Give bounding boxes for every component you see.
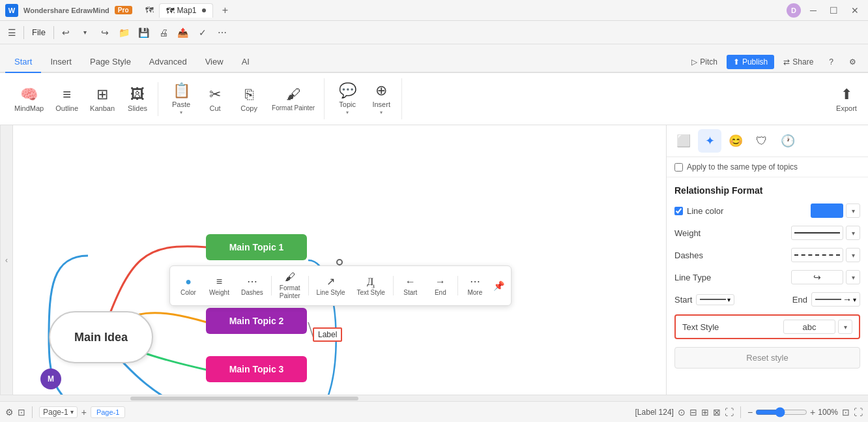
page-tab[interactable]: Page-1 (91, 406, 125, 418)
line-color-dropdown[interactable]: ▾ (846, 203, 860, 218)
settings-button[interactable]: ⚙ (843, 55, 863, 69)
zoom-out-button[interactable]: − (747, 407, 753, 417)
tab-ai[interactable]: AI (233, 52, 259, 73)
line-color-swatch[interactable] (811, 203, 843, 218)
cut-button[interactable]: ✂ Cut (199, 82, 231, 116)
main-idea-node[interactable]: Main Idea (49, 311, 153, 363)
panel-icon-shield[interactable]: 🛡 (750, 129, 774, 153)
insert-label: Insert (372, 100, 390, 108)
panel-icon-emoji[interactable]: 😊 (724, 129, 747, 153)
connector-dot-1[interactable] (336, 259, 343, 265)
app-menu-button[interactable]: ☰ (3, 23, 21, 42)
share-file-button[interactable]: 📤 (174, 23, 192, 42)
close-button[interactable]: ✕ (847, 4, 863, 17)
file-menu[interactable]: File (27, 25, 51, 40)
panel-icon-shape[interactable]: ⬜ (672, 129, 695, 153)
tab-insert[interactable]: Insert (41, 52, 81, 73)
user-avatar[interactable]: D (787, 3, 801, 18)
weight-dropdown[interactable]: ▾ (846, 226, 860, 240)
print-button[interactable]: 🖨 (154, 23, 173, 42)
publish-icon: ⬆ (733, 57, 740, 67)
panel-icon-clock[interactable]: 🕐 (776, 129, 800, 153)
folder-open-button[interactable]: 📁 (115, 23, 134, 42)
horizontal-scrollbar[interactable] (0, 395, 868, 401)
ft-weight-button[interactable]: ≡ Weight (204, 273, 235, 299)
insert-button[interactable]: ⊕ Insert ▾ (365, 78, 398, 119)
tab-page-style[interactable]: Page Style (81, 52, 140, 73)
bb-icon-1[interactable]: ⊙ (678, 407, 686, 417)
help-button[interactable]: ? (822, 55, 840, 69)
text-style-dropdown[interactable]: ▾ (838, 320, 852, 334)
slides-button[interactable]: 🖼 Slides (121, 82, 154, 116)
ft-format-painter-button[interactable]: 🖌 FormatPainter (274, 269, 306, 303)
bb-icon-5[interactable]: ⛶ (725, 407, 734, 417)
fullscreen-button[interactable]: ⛶ (854, 407, 863, 417)
undo-arrow-button[interactable]: ▾ (76, 23, 94, 42)
zoom-in-button[interactable]: + (810, 407, 815, 417)
ft-dashes-button[interactable]: ⋯ Dashes (236, 273, 268, 299)
paste-button[interactable]: 📋 Paste ▾ (165, 78, 197, 119)
apply-label: Apply to the same type of topics (687, 162, 798, 172)
pitch-button[interactable]: ▷ Pitch (685, 55, 724, 69)
bb-icon-2[interactable]: ⊟ (689, 407, 697, 417)
ft-start-button[interactable]: ← Start (396, 273, 425, 299)
publish-button[interactable]: ⬆ Publish (727, 55, 774, 69)
zoom-slider[interactable] (755, 407, 807, 417)
undo-button[interactable]: ↩ (57, 23, 75, 42)
ft-weight-icon: ≡ (216, 276, 222, 288)
canvas[interactable]: Main Idea Main Topic 1 Main Topic 2 Main… (13, 125, 666, 395)
bb-icon-3[interactable]: ⊞ (701, 407, 709, 417)
scroll-thumb[interactable] (130, 397, 358, 400)
restore-button[interactable]: ☐ (826, 4, 842, 17)
tab-start[interactable]: Start (5, 52, 41, 73)
reset-style-button[interactable]: Reset style (674, 347, 860, 369)
apply-checkbox[interactable] (674, 163, 683, 172)
topic3-label: Main Topic 3 (229, 364, 284, 374)
menu-divider-1 (23, 26, 24, 39)
panel-icon-ai[interactable]: ✦ (698, 129, 721, 153)
new-tab-button[interactable]: + (218, 3, 233, 18)
bb-layout-icon[interactable]: ⊡ (18, 407, 25, 417)
topic-button[interactable]: 💬 Topic ▾ (331, 78, 364, 119)
ft-more-button[interactable]: ⋯ More (461, 273, 489, 299)
line-type-dropdown[interactable]: ▾ (846, 270, 860, 284)
map-tab[interactable]: 🗺 Map1 (159, 3, 213, 18)
dashes-dropdown[interactable]: ▾ (846, 248, 860, 262)
ft-pin-button[interactable]: 📌 (491, 278, 507, 294)
save-button[interactable]: 💾 (135, 23, 153, 42)
bb-settings-icon[interactable]: ⚙ (5, 407, 14, 417)
bb-icon-4[interactable]: ⊠ (713, 407, 721, 417)
tab-view[interactable]: View (196, 52, 233, 73)
ft-text-style-button[interactable]: Ꚉ Text Style (351, 273, 390, 299)
panel-toggle-button[interactable]: ‹ (0, 125, 13, 395)
fit-button[interactable]: ⊡ (842, 407, 850, 417)
export-button[interactable]: ⬆ Export (830, 82, 863, 116)
topic3-node[interactable]: Main Topic 3 (206, 356, 307, 382)
minimize-button[interactable]: ─ (806, 4, 820, 17)
tab-advanced[interactable]: Advanced (140, 52, 196, 73)
end-selector[interactable]: → ▾ (811, 292, 860, 307)
line-type-preview: ↪ (791, 270, 843, 284)
topic1-node[interactable]: Main Topic 1 (206, 234, 307, 260)
start-selector[interactable]: ▾ (696, 294, 734, 305)
ft-color-button[interactable]: ● Color (174, 273, 203, 299)
add-page-button[interactable]: + (81, 407, 87, 417)
ft-line-style-button[interactable]: ↗ Line Style (311, 273, 351, 299)
check-button[interactable]: ✓ (194, 23, 212, 42)
mindmap-button[interactable]: 🧠 MindMap (9, 82, 49, 116)
redo-button[interactable]: ↪ (96, 23, 114, 42)
line-color-checkbox[interactable] (674, 207, 683, 215)
share-button[interactable]: ⇄ Share (777, 55, 820, 69)
outline-button[interactable]: ≡ Outline (50, 82, 83, 116)
ft-end-button[interactable]: → End (426, 273, 455, 299)
topic2-node[interactable]: Main Topic 2 (206, 308, 307, 334)
page-select-dropdown[interactable]: Page-1 ▾ (39, 406, 78, 418)
format-painter-button[interactable]: 🖌 Format Painter (267, 82, 320, 116)
ft-text-style-icon: Ꚉ (367, 276, 375, 288)
kanban-button[interactable]: ⊞ Kanban (85, 82, 120, 116)
label-box[interactable]: Label (313, 327, 342, 342)
copy-button[interactable]: ⎘ Copy (233, 82, 265, 116)
more-menu-button[interactable]: ⋯ (213, 23, 231, 42)
toolbar-right: ⬆ Export (830, 82, 863, 116)
ft-dashes-icon: ⋯ (247, 275, 257, 288)
